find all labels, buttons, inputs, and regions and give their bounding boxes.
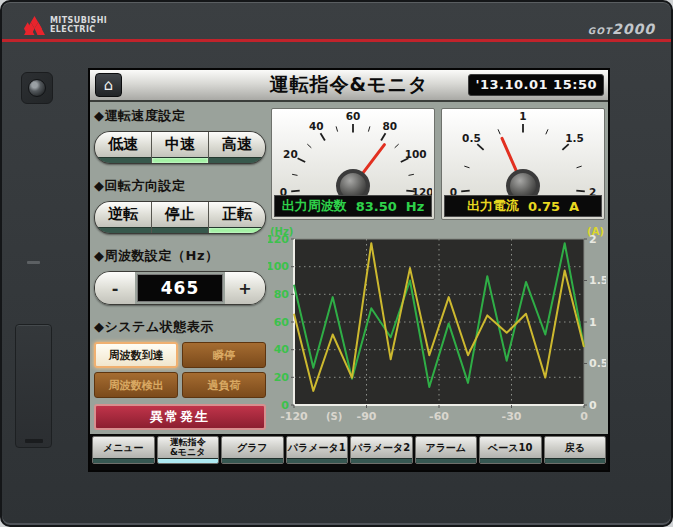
frequency-gauge-title: 出力周波数 <box>282 197 347 215</box>
lamp-instant-stop: 瞬停 <box>182 342 266 368</box>
cover-label <box>25 439 43 443</box>
high-speed-button[interactable]: 高速 <box>209 132 265 163</box>
current-gauge-title: 出力電流 <box>467 197 519 215</box>
current-gauge: 00.511.52 出力電流 0.75 A <box>441 108 605 220</box>
frequency-value-display: 465 <box>137 274 223 302</box>
current-gauge-unit: A <box>569 199 579 214</box>
svg-text:(Hz): (Hz) <box>270 226 293 237</box>
mid-speed-indicator <box>152 157 208 163</box>
current-gauge-dial: 00.511.52 <box>444 110 602 195</box>
svg-text:40: 40 <box>309 120 324 132</box>
human-sensor <box>21 72 53 104</box>
main-content: ◆運転速度設定 低速 中速 高速 <box>90 102 608 434</box>
status-section-label: ◆システム状態表示 <box>94 318 266 336</box>
tab-menu-indicator <box>93 458 154 463</box>
control-panel: ◆運転速度設定 低速 中速 高速 <box>94 107 266 430</box>
svg-text:0: 0 <box>589 399 597 412</box>
interface-cover <box>15 324 52 448</box>
low-speed-label: 低速 <box>95 132 151 157</box>
hmi-device: MITSUBISHI ELECTRIC GOT2000 ⌂ 運転指令&モニタ '… <box>0 0 673 527</box>
svg-text:0.5: 0.5 <box>589 357 606 370</box>
frequency-increment-button[interactable]: + <box>225 272 265 304</box>
svg-text:80: 80 <box>382 120 397 132</box>
tab-base10-label: ベース10 <box>488 442 532 453</box>
svg-text:-120: -120 <box>280 410 308 423</box>
stop-label: 停止 <box>152 202 208 227</box>
frequency-gauge-value: 83.50 <box>356 199 397 214</box>
alarm-indicator: 異常発生 <box>94 404 266 430</box>
svg-text:1: 1 <box>519 110 526 122</box>
tab-menu[interactable]: メニュー <box>92 436 155 464</box>
tab-operation-monitor[interactable]: 運転指令 &モニタ <box>157 436 220 464</box>
frequency-decrement-button[interactable]: - <box>95 272 135 304</box>
current-gauge-value: 0.75 <box>528 199 560 214</box>
forward-label: 正転 <box>209 202 265 227</box>
header-bar: ⌂ 運転指令&モニタ '13.10.01 15:50 <box>90 70 608 102</box>
tab-back[interactable]: 戻る <box>544 436 607 464</box>
speed-button-group: 低速 中速 高速 <box>94 131 266 164</box>
low-speed-button[interactable]: 低速 <box>95 132 152 163</box>
tab-parameter2-label: パラメータ2 <box>352 442 410 453</box>
home-button[interactable]: ⌂ <box>95 73 122 97</box>
svg-text:60: 60 <box>274 316 290 329</box>
svg-text:(A): (A) <box>587 226 604 237</box>
forward-indicator <box>209 227 265 233</box>
svg-text:20: 20 <box>274 371 290 384</box>
tab-alarm-label: アラーム <box>425 442 466 453</box>
svg-text:1.5: 1.5 <box>589 274 606 287</box>
direction-section-label: ◆回転方向設定 <box>94 177 266 195</box>
reverse-label: 逆転 <box>95 202 151 227</box>
status-lamp-grid: 周波数到達 瞬停 周波数検出 過負荷 <box>94 342 266 398</box>
svg-text:40: 40 <box>274 343 290 356</box>
direction-button-group: 逆転 停止 正転 <box>94 201 266 234</box>
lcd-screen: ⌂ 運転指令&モニタ '13.10.01 15:50 ◆運転速度設定 低速 中速 <box>88 68 610 472</box>
sensor-lens-icon <box>28 79 46 97</box>
high-speed-label: 高速 <box>209 132 265 157</box>
svg-text:0: 0 <box>280 186 287 195</box>
stop-button[interactable]: 停止 <box>152 202 209 233</box>
tab-alarm[interactable]: アラーム <box>415 436 478 464</box>
tab-alarm-indicator <box>416 458 477 463</box>
tab-operation-monitor-indicator <box>158 458 219 463</box>
tab-graph-indicator <box>222 458 283 463</box>
svg-text:-60: -60 <box>429 410 449 423</box>
model-logo: GOT2000 <box>588 19 655 38</box>
svg-text:2: 2 <box>589 186 596 195</box>
svg-text:100: 100 <box>268 260 289 273</box>
tab-back-indicator <box>545 458 606 463</box>
lamp-frequency-reached: 周波数到達 <box>94 342 178 368</box>
tab-base10-indicator <box>480 458 541 463</box>
model-prefix: GOT <box>588 26 612 36</box>
tab-parameter2[interactable]: パラメータ2 <box>350 436 413 464</box>
reverse-button[interactable]: 逆転 <box>95 202 152 233</box>
tab-parameter1-label: パラメータ1 <box>288 442 346 453</box>
trend-chart: 02040608010012000.511.52-120-90-60-300(H… <box>268 225 606 428</box>
reverse-indicator <box>95 227 151 233</box>
tab-parameter2-indicator <box>351 458 412 463</box>
svg-text:80: 80 <box>274 288 290 301</box>
tab-base10[interactable]: ベース10 <box>479 436 542 464</box>
svg-text:60: 60 <box>346 110 361 122</box>
tab-graph[interactable]: グラフ <box>221 436 284 464</box>
speed-section-label: ◆運転速度設定 <box>94 107 266 125</box>
stop-indicator <box>152 227 208 233</box>
svg-text:1.5: 1.5 <box>565 132 584 144</box>
svg-text:0.5: 0.5 <box>462 132 481 144</box>
tab-parameter1[interactable]: パラメータ1 <box>286 436 349 464</box>
mitsubishi-logo: MITSUBISHI ELECTRIC <box>24 16 107 35</box>
lamp-frequency-detect: 周波数検出 <box>94 372 178 398</box>
frequency-gauge-dial: 020406080100120 <box>274 110 432 195</box>
tab-back-label: 戻る <box>565 442 585 453</box>
svg-text:-90: -90 <box>357 410 377 423</box>
mid-speed-button[interactable]: 中速 <box>152 132 209 163</box>
tab-operation-monitor-line2: &モニタ <box>170 448 205 458</box>
forward-button[interactable]: 正転 <box>209 202 265 233</box>
high-speed-indicator <box>209 157 265 163</box>
page-title: 運転指令&モニタ <box>270 72 429 98</box>
frequency-section-label: ◆周波数設定（Hz） <box>94 247 266 265</box>
svg-text:100: 100 <box>405 148 427 160</box>
tab-menu-label: メニュー <box>103 442 144 453</box>
svg-text:20: 20 <box>283 148 298 160</box>
power-led <box>27 261 40 264</box>
frequency-gauge-readout: 出力周波数 83.50 Hz <box>274 195 432 217</box>
